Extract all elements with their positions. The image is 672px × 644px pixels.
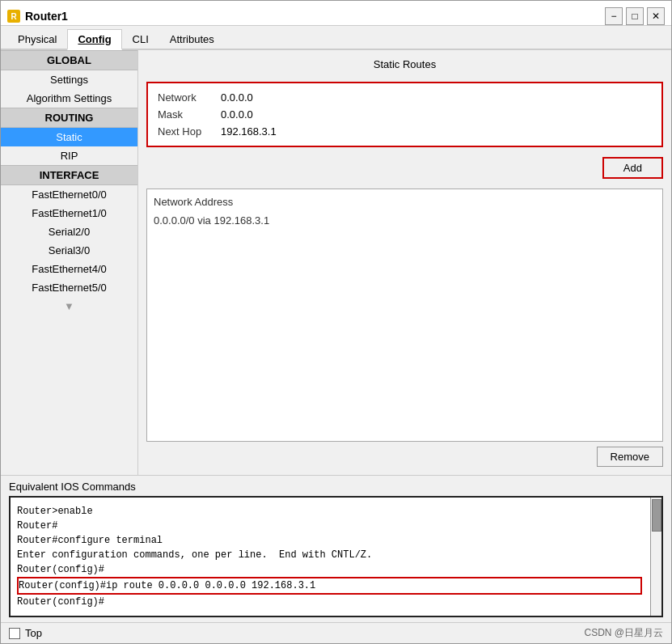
terminal-line-1: Router# xyxy=(17,519,645,533)
network-section: Network Address 0.0.0.0/0 via 192.168.3.… xyxy=(146,189,663,467)
tab-physical[interactable]: Physical xyxy=(7,29,67,49)
ios-terminal[interactable]: Router>enable Router# Router#configure t… xyxy=(9,496,663,617)
mask-value[interactable]: 0.0.0.0 xyxy=(221,108,253,121)
sidebar-section-routing: ROUTING xyxy=(1,108,137,128)
network-value[interactable]: 0.0.0.0 xyxy=(221,91,253,104)
bottom-bar: Top CSDN @日星月云 xyxy=(1,622,671,643)
tab-config[interactable]: Config xyxy=(67,29,121,50)
scroll-indicator: ▼ xyxy=(1,297,137,316)
ios-commands-section: Equivalent IOS Commands Router>enable Ro… xyxy=(1,475,671,622)
next-hop-row: Next Hop 192.168.3.1 xyxy=(158,125,652,138)
static-routes-title: Static Routes xyxy=(146,58,663,70)
sidebar-item-serial3-0[interactable]: Serial3/0 xyxy=(1,241,137,260)
sidebar-item-static[interactable]: Static xyxy=(1,128,137,146)
title-bar: R Router1 − □ ✕ xyxy=(1,1,671,26)
network-label: Network xyxy=(158,91,214,104)
terminal-line-5: Router(config)#ip route 0.0.0.0 0.0.0.0 … xyxy=(17,577,642,595)
sidebar-section-interface: INTERFACE xyxy=(1,165,137,185)
title-controls: − □ ✕ xyxy=(605,7,665,25)
remove-button[interactable]: Remove xyxy=(597,447,663,467)
minimize-button[interactable]: − xyxy=(605,7,623,25)
terminal-scrollbar[interactable] xyxy=(650,498,661,616)
sidebar-item-fastethernet0-0[interactable]: FastEthernet0/0 xyxy=(1,185,137,204)
tab-attributes[interactable]: Attributes xyxy=(159,29,225,49)
network-address-title: Network Address xyxy=(154,196,656,208)
network-address-box[interactable]: Network Address 0.0.0.0/0 via 192.168.3.… xyxy=(146,189,663,442)
top-label: Top xyxy=(25,627,42,639)
watermark: CSDN @日星月云 xyxy=(584,626,663,640)
terminal-line-4: Router(config)# xyxy=(17,562,645,577)
mask-row: Mask 0.0.0.0 xyxy=(158,108,652,121)
top-checkbox-row: Top xyxy=(9,627,42,639)
terminal-line-0: Router>enable xyxy=(17,504,645,519)
network-row: Network 0.0.0.0 xyxy=(158,91,652,104)
sidebar-item-fastethernet1-0[interactable]: FastEthernet1/0 xyxy=(1,204,137,222)
terminal-line-2: Router#configure terminal xyxy=(17,533,645,548)
maximize-button[interactable]: □ xyxy=(626,7,644,25)
sidebar-section-global: GLOBAL xyxy=(1,50,137,70)
terminal-line-3: Enter configuration commands, one per li… xyxy=(17,548,645,562)
app-icon: R xyxy=(7,10,20,23)
add-btn-row: Add xyxy=(146,157,663,179)
mask-label: Mask xyxy=(158,108,214,121)
remove-btn-row: Remove xyxy=(146,447,663,467)
network-address-entry: 0.0.0.0/0 via 192.168.3.1 xyxy=(154,214,656,227)
sidebar-item-rip[interactable]: RIP xyxy=(1,146,137,165)
ios-commands-label: Equivalent IOS Commands xyxy=(9,481,663,493)
tabs-bar: Physical Config CLI Attributes xyxy=(1,26,671,50)
tab-cli[interactable]: CLI xyxy=(122,29,159,49)
terminal-scrollbar-thumb xyxy=(652,499,661,532)
sidebar-item-fastethernet5-0[interactable]: FastEthernet5/0 xyxy=(1,278,137,297)
terminal-line-6: Router(config)# xyxy=(17,595,645,609)
right-panel: Static Routes Network 0.0.0.0 Mask 0.0.0… xyxy=(138,50,671,475)
top-checkbox[interactable] xyxy=(9,628,20,639)
route-form: Network 0.0.0.0 Mask 0.0.0.0 Next Hop 19… xyxy=(146,82,663,147)
sidebar-item-serial2-0[interactable]: Serial2/0 xyxy=(1,222,137,241)
title-bar-left: R Router1 xyxy=(7,10,68,23)
next-hop-label: Next Hop xyxy=(158,125,214,138)
window-title: Router1 xyxy=(25,10,68,23)
window: R Router1 − □ ✕ Physical Config CLI Attr… xyxy=(0,0,672,644)
sidebar-item-settings[interactable]: Settings xyxy=(1,70,137,89)
main-content: GLOBAL Settings Algorithm Settings ROUTI… xyxy=(1,50,671,475)
sidebar-item-fastethernet4-0[interactable]: FastEthernet4/0 xyxy=(1,260,137,278)
close-button[interactable]: ✕ xyxy=(647,7,665,25)
next-hop-value[interactable]: 192.168.3.1 xyxy=(221,125,277,138)
add-button[interactable]: Add xyxy=(602,157,663,179)
sidebar: GLOBAL Settings Algorithm Settings ROUTI… xyxy=(1,50,138,475)
sidebar-item-algorithm-settings[interactable]: Algorithm Settings xyxy=(1,89,137,108)
